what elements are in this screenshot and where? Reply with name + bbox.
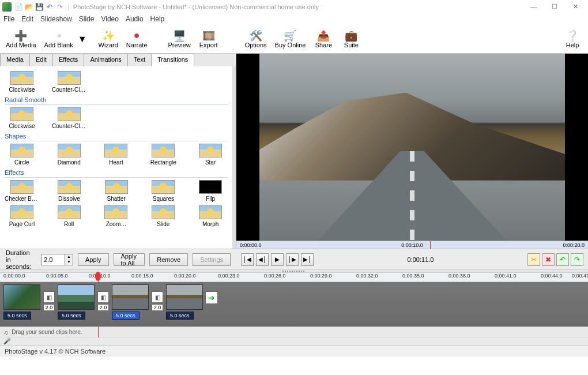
tab-transitions[interactable]: Transitions (151, 54, 194, 66)
wizard-button[interactable]: ✨Wizard (95, 26, 122, 52)
apply-to-all-button[interactable]: Apply to All (114, 253, 145, 266)
tab-edit[interactable]: Edit (29, 54, 53, 66)
audio-hint: Drag your sound clips here. (12, 329, 82, 335)
transition-item[interactable]: Rectangle (146, 144, 180, 166)
add-media-button[interactable]: ➕Add Media (2, 26, 40, 52)
menu-slideshow[interactable]: Slideshow (40, 15, 72, 23)
transition-item[interactable]: Roll (52, 205, 86, 227)
menubar: File Edit Slideshow Slide Video Audio He… (0, 13, 588, 25)
transition-item[interactable]: Squares (146, 180, 181, 202)
menu-help[interactable]: Help (150, 15, 165, 23)
clip-item[interactable]: 5.0 secs (166, 284, 203, 320)
playback-controls: │◀ ◀│ ▶ │▶ ▶│ 0:00:11.0 ✂ ✖ ↶ ↷ (236, 249, 588, 269)
transition-item[interactable]: Slide (146, 205, 180, 227)
add-clip-button[interactable]: ➔ (205, 291, 218, 304)
transition-item[interactable]: Checker Board (5, 180, 39, 202)
add-media-icon: ➕ (15, 30, 27, 42)
go-start-button[interactable]: │◀ (241, 253, 254, 266)
duration-label: Duration in seconds: (6, 249, 36, 270)
transition-item[interactable]: Zoom… (99, 205, 134, 227)
preview-button[interactable]: 🖥️Preview (165, 26, 194, 52)
titlebar: 📄 📂 💾 ↶ ↷ | PhotoStage by NCH Software -… (0, 0, 588, 13)
suite-icon: 💼 (345, 30, 357, 42)
transition-item[interactable]: Heart (99, 144, 134, 166)
transition-item[interactable]: Dissolve (52, 180, 86, 202)
step-forward-button[interactable]: │▶ (286, 253, 299, 266)
delete-button[interactable]: ✖ (542, 253, 555, 266)
close-button[interactable]: ✕ (565, 0, 586, 13)
transition-item[interactable]: Shatter (99, 180, 134, 202)
transition-item[interactable]: Flip (193, 180, 228, 202)
preview-image (259, 54, 565, 249)
options-button[interactable]: 🛠️Options (242, 26, 270, 52)
clip-item[interactable]: 5.0 secs (3, 284, 40, 320)
transition-block[interactable]: ◧ 2.0 (43, 291, 55, 317)
tab-media[interactable]: Media (0, 54, 30, 66)
timeline-ruler[interactable]: 0:00:00.0 0:00:05.0 0:00:10.0 0:00:15.0 … (0, 273, 588, 282)
transition-block[interactable]: ◧ 2.0 (97, 291, 110, 317)
transition-item[interactable]: Counter-Cloc… (52, 107, 86, 129)
minimize-button[interactable]: — (523, 0, 544, 13)
save-icon[interactable]: 💾 (35, 2, 44, 12)
new-icon[interactable]: 📄 (14, 2, 23, 12)
redo-icon[interactable]: ↷ (55, 2, 65, 12)
transition-item[interactable]: Diamond (52, 144, 86, 166)
audio-track[interactable]: ♫ Drag your sound clips here. (0, 327, 588, 337)
transition-item[interactable]: Clockwise (5, 107, 39, 129)
preview-ruler[interactable]: 0:00:00.0 0:00:10.0 0:00:20.0 (236, 241, 588, 249)
transition-item[interactable]: Counter-Cloc… (52, 71, 86, 93)
go-end-button[interactable]: ▶│ (301, 253, 314, 266)
transition-item[interactable]: Page Curl (5, 205, 39, 227)
preview-playhead[interactable] (430, 241, 431, 249)
tab-effects[interactable]: Effects (52, 54, 84, 66)
add-blank-button[interactable]: ▫️Add Blank (41, 26, 77, 52)
tab-text[interactable]: Text (127, 54, 152, 66)
cut-button[interactable]: ✂ (527, 253, 540, 266)
narration-track[interactable]: 🎤 (0, 337, 588, 345)
transition-icon: ◧ (97, 291, 109, 303)
open-icon[interactable]: 📂 (24, 2, 33, 12)
duration-input[interactable]: 2.0 (41, 254, 65, 265)
transition-item[interactable]: Morph (193, 205, 228, 227)
add-blank-icon: ▫️ (53, 30, 65, 42)
toolbar-dropdown-icon[interactable]: ▼ (78, 34, 87, 44)
export-button[interactable]: 🎞️Export (195, 26, 222, 52)
transition-item[interactable]: Star (193, 144, 228, 166)
share-icon: 📤 (318, 30, 329, 42)
suite-button[interactable]: 💼Suite (338, 26, 364, 52)
step-back-button[interactable]: ◀│ (256, 253, 269, 266)
options-icon: 🛠️ (250, 30, 262, 42)
export-icon: 🎞️ (203, 30, 214, 42)
apply-button[interactable]: Apply (78, 253, 109, 266)
window-title: PhotoStage by NCH Software - Untitled* -… (73, 3, 319, 10)
transitions-pane[interactable]: Clockwise Counter-Cloc… Radial Smooth Cl… (0, 66, 236, 249)
transition-icon: ◧ (152, 291, 163, 303)
undo-icon[interactable]: ↶ (45, 2, 54, 12)
settings-button: Settings (193, 253, 231, 266)
narrate-button[interactable]: ●Narrate (123, 26, 151, 52)
buy-online-button[interactable]: 🛒Buy Online (272, 26, 310, 52)
clip-item[interactable]: 5.0 secs (112, 284, 149, 320)
maximize-button[interactable]: ☐ (544, 0, 565, 13)
timeline-playhead[interactable] (95, 272, 101, 281)
play-button[interactable]: ▶ (271, 253, 284, 266)
undo-button[interactable]: ↶ (556, 253, 569, 266)
transition-item[interactable]: Clockwise (5, 71, 39, 93)
help-icon: ❔ (567, 30, 578, 42)
clip-item[interactable]: 5.0 secs (58, 284, 95, 320)
redo-button[interactable]: ↷ (571, 253, 583, 266)
remove-button[interactable]: Remove (149, 253, 188, 266)
share-button[interactable]: 📤Share (310, 26, 337, 52)
timeline-track[interactable]: 5.0 secs ◧ 2.0 5.0 secs ◧ 2.0 5.0 secs ◧… (0, 282, 588, 327)
transition-block[interactable]: ◧ 2.0 (151, 291, 164, 317)
playback-time: 0:00:11.0 (408, 256, 434, 263)
menu-slide[interactable]: Slide (79, 15, 95, 23)
menu-file[interactable]: File (3, 15, 14, 23)
menu-edit[interactable]: Edit (21, 15, 33, 23)
help-button[interactable]: ❔Help (559, 26, 586, 52)
duration-spinner[interactable]: ▲▼ (65, 254, 73, 265)
transition-item[interactable]: Circle (5, 144, 39, 166)
menu-audio[interactable]: Audio (126, 15, 144, 23)
tab-animations[interactable]: Animations (84, 54, 127, 66)
menu-video[interactable]: Video (101, 15, 118, 23)
